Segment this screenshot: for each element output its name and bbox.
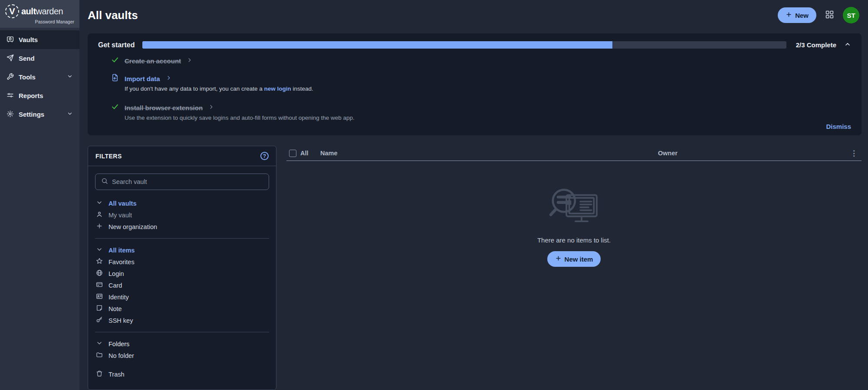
new-item-button-label: New item bbox=[565, 256, 593, 263]
person-icon bbox=[96, 211, 103, 219]
get-started-card: Get started 2/3 Complete Create an ac bbox=[88, 33, 861, 135]
get-started-title: Get started bbox=[98, 41, 135, 49]
star-icon bbox=[96, 258, 103, 266]
check-icon bbox=[111, 103, 119, 112]
id-card-icon bbox=[96, 293, 103, 301]
avatar[interactable]: ST bbox=[843, 7, 859, 23]
filter-all-vaults[interactable]: All vaults bbox=[95, 197, 269, 209]
filter-all-items[interactable]: All items bbox=[95, 244, 269, 256]
new-login-link[interactable]: new login bbox=[264, 85, 291, 92]
gear-icon bbox=[7, 110, 14, 119]
chevron-right-icon bbox=[166, 75, 171, 82]
sidebar-item-send[interactable]: Send bbox=[0, 49, 79, 68]
vaultwarden-gear-logo-icon: V bbox=[5, 4, 19, 18]
chevron-down-icon bbox=[67, 111, 73, 118]
sidebar-item-settings[interactable]: Settings bbox=[0, 105, 79, 124]
top-bar: All vaults New ST bbox=[79, 0, 868, 30]
filter-login[interactable]: Login bbox=[95, 268, 269, 279]
sidebar-item-label: Send bbox=[19, 55, 35, 62]
new-button[interactable]: New bbox=[778, 7, 816, 23]
chevron-down-icon bbox=[96, 199, 103, 207]
task-import-data[interactable]: Import data bbox=[111, 74, 851, 83]
filter-trash[interactable]: Trash bbox=[95, 368, 269, 380]
sidebar: V aultwarden Password Manager Vaults Sen… bbox=[0, 0, 79, 390]
filter-favorites[interactable]: Favorites bbox=[95, 256, 269, 268]
filter-card[interactable]: Card bbox=[95, 279, 269, 291]
filter-my-vault[interactable]: My vault bbox=[95, 209, 269, 221]
sidebar-nav: Vaults Send Tools bbox=[0, 30, 79, 124]
sidebar-item-label: Settings bbox=[19, 111, 44, 118]
column-header-name: Name bbox=[320, 150, 658, 157]
progress-status: 2/3 Complete bbox=[796, 41, 836, 49]
progress-fill bbox=[142, 41, 612, 49]
sidebar-item-label: Reports bbox=[19, 92, 43, 99]
sidebar-item-tools[interactable]: Tools bbox=[0, 68, 79, 86]
sidebar-item-label: Tools bbox=[19, 73, 36, 81]
sliders-icon bbox=[7, 92, 14, 100]
vault-icon bbox=[7, 36, 14, 44]
plus-icon bbox=[96, 223, 103, 231]
items-panel: All Name Owner ⋮ bbox=[286, 146, 861, 267]
column-header-owner: Owner bbox=[658, 150, 842, 157]
get-started-tasks: Create an account Import data bbox=[98, 49, 851, 121]
content: Get started 2/3 Complete Create an ac bbox=[79, 30, 868, 390]
chevron-right-icon bbox=[187, 57, 192, 65]
sidebar-item-reports[interactable]: Reports bbox=[0, 86, 79, 105]
task-install-extension[interactable]: Install browser extension bbox=[111, 103, 851, 112]
task-label: Import data bbox=[125, 75, 160, 82]
brand-subtitle: Password Manager bbox=[5, 19, 74, 24]
sidebar-item-label: Vaults bbox=[19, 36, 38, 43]
filter-identity[interactable]: Identity bbox=[95, 291, 269, 303]
divider bbox=[95, 238, 269, 239]
filters-title: FILTERS bbox=[95, 153, 122, 160]
chevron-down-icon bbox=[67, 73, 73, 81]
select-all-checkbox[interactable] bbox=[289, 150, 296, 157]
key-icon bbox=[96, 316, 103, 324]
chevron-down-icon bbox=[96, 246, 103, 254]
topbar-actions: New ST bbox=[778, 7, 859, 23]
empty-state: There are no items to list. New item bbox=[286, 161, 861, 267]
overflow-menu-icon[interactable]: ⋮ bbox=[842, 149, 858, 158]
task-create-account[interactable]: Create an account bbox=[111, 56, 851, 66]
brand-logo: V aultwarden Password Manager bbox=[0, 0, 79, 28]
trash-icon bbox=[96, 370, 103, 378]
import-file-icon bbox=[111, 74, 119, 83]
empty-state-message: There are no items to list. bbox=[537, 236, 611, 244]
task-extension-description: Use the extension to quickly save logins… bbox=[125, 115, 851, 121]
folder-icon bbox=[96, 351, 103, 360]
dismiss-link[interactable]: Dismiss bbox=[826, 123, 851, 130]
globe-icon bbox=[96, 269, 103, 278]
select-all-label: All bbox=[300, 150, 309, 157]
new-button-label: New bbox=[795, 12, 809, 19]
check-icon bbox=[111, 56, 119, 66]
brand-name: aultwarden bbox=[21, 7, 63, 16]
search-input[interactable] bbox=[112, 178, 263, 185]
filters-panel: FILTERS ? All v bbox=[88, 146, 276, 390]
chevron-up-icon[interactable] bbox=[844, 41, 851, 49]
filter-ssh-key[interactable]: SSH key bbox=[95, 315, 269, 326]
filter-note[interactable]: Note bbox=[95, 303, 269, 315]
new-item-button[interactable]: New item bbox=[547, 251, 601, 267]
apps-grid-icon[interactable] bbox=[825, 10, 834, 20]
main-area: All vaults New ST Get started bbox=[79, 0, 868, 390]
chevron-right-icon bbox=[208, 104, 214, 111]
plus-icon bbox=[786, 11, 792, 19]
filter-folders[interactable]: Folders bbox=[95, 338, 269, 350]
filter-no-folder[interactable]: No folder bbox=[95, 350, 269, 361]
wrench-icon bbox=[7, 73, 14, 82]
note-icon bbox=[96, 305, 103, 313]
filter-new-organization[interactable]: New organization bbox=[95, 221, 269, 233]
empty-search-illustration bbox=[547, 184, 601, 231]
items-table-header: All Name Owner ⋮ bbox=[286, 146, 861, 161]
credit-card-icon bbox=[96, 281, 103, 289]
filter-list: All vaults My vault New organization bbox=[95, 197, 269, 380]
chevron-down-icon bbox=[96, 340, 103, 348]
vaultwarden-app: V aultwarden Password Manager Vaults Sen… bbox=[0, 0, 868, 390]
send-icon bbox=[7, 54, 14, 63]
search-box bbox=[95, 174, 269, 190]
plus-icon bbox=[555, 255, 562, 263]
progress-bar bbox=[142, 41, 786, 49]
sidebar-item-vaults[interactable]: Vaults bbox=[0, 30, 79, 49]
help-icon[interactable]: ? bbox=[260, 152, 269, 160]
task-import-description: If you don't have any data to import, yo… bbox=[125, 85, 851, 92]
